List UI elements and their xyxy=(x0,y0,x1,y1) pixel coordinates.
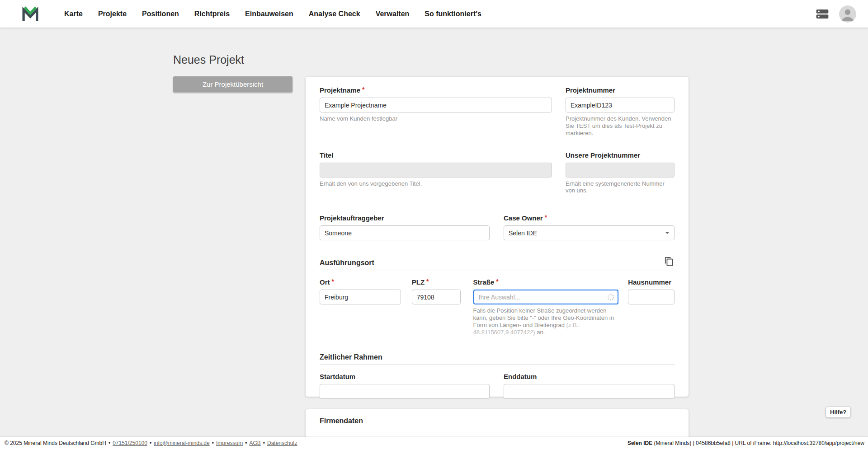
section-firmendaten-title: Firmendaten xyxy=(320,417,363,425)
footer-separator: • xyxy=(108,440,110,446)
footer-session-text: (Mineral Minds) | 04586bb5efa8 | URL of … xyxy=(652,440,864,446)
startdatum-input[interactable] xyxy=(320,384,490,399)
required-asterisk: * xyxy=(362,86,364,94)
required-asterisk: * xyxy=(426,278,429,286)
navbar-actions xyxy=(815,5,856,23)
strasse-label-text: Straße xyxy=(473,278,495,286)
plz-label-text: PLZ xyxy=(412,278,425,286)
ort-label: Ort * xyxy=(320,278,401,286)
case-owner-select[interactable]: Selen IDE xyxy=(504,225,675,240)
projektnummer-label: Projektnummer xyxy=(566,86,675,94)
required-asterisk: * xyxy=(332,278,334,286)
nav-einbauweisen[interactable]: Einbauweisen xyxy=(237,10,301,18)
enddatum-field: Enddatum xyxy=(504,373,675,399)
nav-projekte[interactable]: Projekte xyxy=(90,10,134,18)
nav-richtpreis[interactable]: Richtpreis xyxy=(187,10,237,18)
section-firmendaten-header: Firmendaten xyxy=(320,417,675,428)
ort-input[interactable] xyxy=(320,290,401,304)
footer-user-name: Selen IDE xyxy=(627,440,652,446)
footer-separator: • xyxy=(212,440,214,446)
row-datum: Startdatum Enddatum xyxy=(320,373,675,399)
unsere-projektnummer-label: Unsere Projektnummer xyxy=(566,151,675,159)
projektauftraggeber-input[interactable] xyxy=(320,225,490,240)
unsere-projektnummer-input xyxy=(566,163,675,178)
enddatum-input[interactable] xyxy=(504,384,675,399)
case-owner-field: Case Owner * Selen IDE xyxy=(504,214,675,240)
footer: © 2025 Mineral Minds Deutschland GmbH • … xyxy=(0,437,868,449)
projektauftraggeber-label-text: Projektauftraggeber xyxy=(320,214,384,222)
projektnummer-field: Projektnummer Projektnummer des Kunden. … xyxy=(566,86,675,137)
card-reader-glyph xyxy=(815,7,830,21)
ort-label-text: Ort xyxy=(320,278,330,286)
row-titel: Titel Erhält den von uns vorgegebenen Ti… xyxy=(320,151,675,195)
startdatum-label-text: Startdatum xyxy=(320,373,355,381)
case-owner-value: Selen IDE xyxy=(509,229,537,237)
footer-agb-link[interactable]: AGB xyxy=(249,440,260,446)
titel-helper: Erhält den von uns vorgegebenen Titel. xyxy=(320,180,552,187)
strasse-label: Straße * xyxy=(473,278,619,286)
nav-analyse-check[interactable]: Analyse Check xyxy=(301,10,368,18)
nav-karte[interactable]: Karte xyxy=(57,10,90,18)
plz-label: PLZ * xyxy=(412,278,461,286)
user-avatar[interactable] xyxy=(839,5,856,23)
projektauftraggeber-label: Projektauftraggeber xyxy=(320,214,490,222)
main-nav: Karte Projekte Positionen Richtpreis Ein… xyxy=(57,10,489,18)
unsere-projektnummer-field: Unsere Projektnummer Erhält eine systemg… xyxy=(566,151,675,195)
loading-spinner-icon xyxy=(607,294,614,301)
projektname-input[interactable] xyxy=(320,98,552,112)
plz-input[interactable] xyxy=(412,290,461,304)
enddatum-label: Enddatum xyxy=(504,373,675,381)
nav-verwalten[interactable]: Verwalten xyxy=(368,10,417,18)
strasse-helper-suffix: an. xyxy=(535,329,545,336)
section-ausfuehrungsort-title: Ausführungsort xyxy=(320,259,374,267)
top-navbar: Karte Projekte Positionen Richtpreis Ein… xyxy=(0,0,868,28)
help-button[interactable]: Hilfe? xyxy=(826,407,851,418)
project-overview-button[interactable]: Zur Projektübersicht xyxy=(173,76,292,92)
footer-datenschutz-link[interactable]: Datenschutz xyxy=(267,440,297,446)
section-zeitlicher-rahmen-title: Zeitlicher Rahmen xyxy=(320,353,382,361)
copy-icon[interactable] xyxy=(664,256,675,267)
strasse-field: Straße * Falls die Position keiner Straß… xyxy=(473,278,619,336)
strasse-input[interactable] xyxy=(473,290,619,304)
footer-separator: • xyxy=(150,440,151,446)
row-adresse: Ort * PLZ * Straße * Fal xyxy=(320,278,675,336)
plz-field: PLZ * xyxy=(412,278,461,336)
projektname-field: Projektname * Name vom Kunden festlegbar xyxy=(320,86,552,137)
case-owner-label-text: Case Owner xyxy=(504,214,543,222)
projektauftraggeber-field: Projektauftraggeber xyxy=(320,214,490,240)
footer-email-link[interactable]: info@mineral-minds.de xyxy=(154,440,210,446)
titel-field: Titel Erhält den von uns vorgegebenen Ti… xyxy=(320,151,552,195)
hausnummer-field: Hausnummer xyxy=(628,278,675,336)
mineral-minds-logo[interactable] xyxy=(20,4,40,24)
page-title: Neues Projekt xyxy=(173,53,244,66)
card-reader-icon[interactable] xyxy=(815,6,830,22)
enddatum-label-text: Enddatum xyxy=(504,373,537,381)
projektnummer-label-text: Projektnummer xyxy=(566,86,615,94)
footer-phone-link[interactable]: 07151/250100 xyxy=(113,440,147,446)
new-project-form-card: Projektname * Name vom Kunden festlegbar… xyxy=(306,77,689,397)
projektname-label-text: Projektname xyxy=(320,86,360,94)
projektnummer-input[interactable] xyxy=(566,98,675,112)
startdatum-label: Startdatum xyxy=(320,373,490,381)
strasse-input-wrap xyxy=(473,290,619,304)
nav-positionen[interactable]: Positionen xyxy=(134,10,187,18)
section-zeitlicher-rahmen-header: Zeitlicher Rahmen xyxy=(320,353,675,365)
titel-input xyxy=(320,163,552,178)
unsere-projektnummer-helper: Erhält eine systemgenerierte Nummer von … xyxy=(566,180,675,195)
hausnummer-input[interactable] xyxy=(628,290,675,304)
copy-glyph xyxy=(664,257,674,267)
footer-copyright: © 2025 Mineral Minds Deutschland GmbH xyxy=(5,440,106,446)
required-asterisk: * xyxy=(545,214,547,222)
strasse-helper: Falls die Position keiner Straße zugeord… xyxy=(473,307,619,336)
case-owner-label: Case Owner * xyxy=(504,214,675,222)
chevron-down-icon xyxy=(665,232,670,234)
ort-field: Ort * xyxy=(320,278,401,336)
footer-separator: • xyxy=(245,440,247,446)
row-auftraggeber: Projektauftraggeber Case Owner * Selen I… xyxy=(320,214,675,240)
footer-impressum-link[interactable]: Impressum xyxy=(216,440,243,446)
nav-so-funktionierts[interactable]: So funktioniert's xyxy=(417,10,489,18)
footer-left: © 2025 Mineral Minds Deutschland GmbH • … xyxy=(5,440,297,446)
projektname-helper: Name vom Kunden festlegbar xyxy=(320,115,552,122)
strasse-helper-main: Falls die Position keiner Straße zugeord… xyxy=(473,307,614,328)
hausnummer-label: Hausnummer xyxy=(628,278,675,286)
